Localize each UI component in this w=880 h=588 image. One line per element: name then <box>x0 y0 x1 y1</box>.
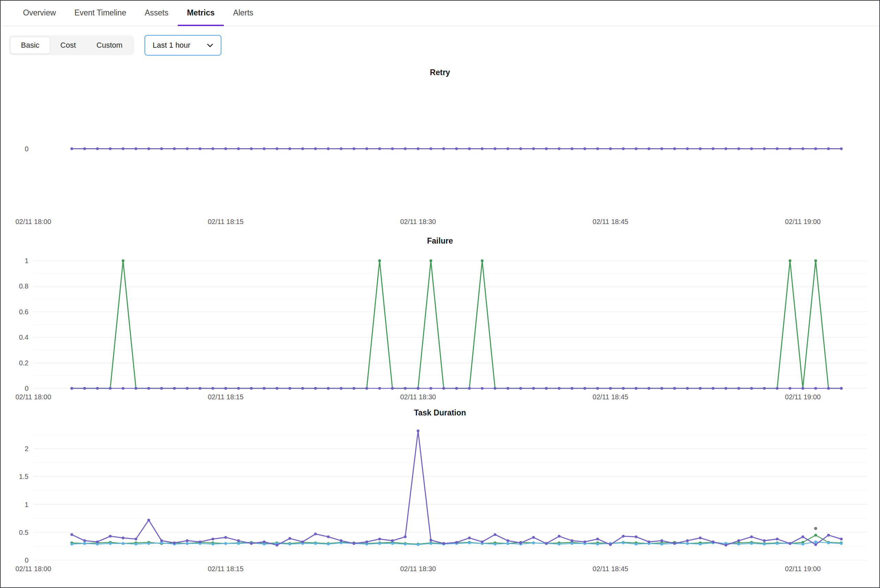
svg-text:0.6: 0.6 <box>19 308 29 316</box>
svg-text:02/11 18:15: 02/11 18:15 <box>208 565 243 573</box>
top-tab-bar: Overview Event Timeline Assets Metrics A… <box>1 1 879 26</box>
svg-text:02/11 18:30: 02/11 18:30 <box>400 393 436 401</box>
tab-metrics[interactable]: Metrics <box>178 1 224 26</box>
svg-text:02/11 18:00: 02/11 18:00 <box>15 565 51 573</box>
time-range-value: Last 1 hour <box>153 41 191 50</box>
retry-chart-title: Retry <box>1 68 879 77</box>
failure-chart-title: Failure <box>1 236 879 246</box>
retry-chart-plot: 002/11 18:0002/11 18:1502/11 18:3002/11 … <box>1 79 880 230</box>
task-duration-chart-title: Task Duration <box>1 408 879 417</box>
svg-text:02/11 19:00: 02/11 19:00 <box>785 393 821 401</box>
failure-chart-plot: 00.20.40.60.8102/11 18:0002/11 18:1502/1… <box>1 248 880 402</box>
svg-text:02/11 18:30: 02/11 18:30 <box>400 565 436 573</box>
svg-text:02/11 19:00: 02/11 19:00 <box>785 565 821 573</box>
svg-text:1: 1 <box>25 257 29 264</box>
svg-text:02/11 18:45: 02/11 18:45 <box>593 218 628 225</box>
tab-assets[interactable]: Assets <box>135 1 178 26</box>
svg-text:02/11 18:45: 02/11 18:45 <box>593 393 628 401</box>
svg-text:0.4: 0.4 <box>19 333 29 341</box>
metrics-controls: Basic Cost Custom Last 1 hour <box>1 26 879 62</box>
svg-text:0: 0 <box>25 145 29 153</box>
task-duration-chart-plot: 00.511.5202/11 18:0002/11 18:1502/11 18:… <box>1 420 880 574</box>
failure-chart: Failure 00.20.40.60.8102/11 18:0002/11 1… <box>1 236 879 402</box>
svg-text:02/11 18:15: 02/11 18:15 <box>208 218 243 225</box>
tab-overview[interactable]: Overview <box>14 1 65 26</box>
svg-text:02/11 18:00: 02/11 18:00 <box>15 218 51 225</box>
svg-text:0: 0 <box>25 556 29 564</box>
svg-text:0.5: 0.5 <box>19 529 29 536</box>
svg-text:1.5: 1.5 <box>19 473 29 480</box>
svg-text:0: 0 <box>25 385 29 392</box>
toggle-option-custom[interactable]: Custom <box>86 37 133 54</box>
toggle-option-basic[interactable]: Basic <box>10 37 50 54</box>
tab-alerts[interactable]: Alerts <box>224 1 263 26</box>
svg-text:0.8: 0.8 <box>19 282 29 290</box>
chevron-down-icon <box>206 42 214 49</box>
page: Overview Event Timeline Assets Metrics A… <box>0 0 880 588</box>
svg-text:02/11 18:15: 02/11 18:15 <box>208 393 243 401</box>
svg-text:2: 2 <box>25 445 29 453</box>
svg-text:0.2: 0.2 <box>19 359 29 367</box>
retry-chart: Retry 002/11 18:0002/11 18:1502/11 18:30… <box>1 68 879 230</box>
toggle-option-cost[interactable]: Cost <box>50 37 86 54</box>
svg-text:02/11 19:00: 02/11 19:00 <box>785 218 821 225</box>
time-range-select[interactable]: Last 1 hour <box>144 35 221 56</box>
svg-text:02/11 18:00: 02/11 18:00 <box>15 393 51 401</box>
svg-text:02/11 18:30: 02/11 18:30 <box>400 218 436 225</box>
metrics-view-toggle: Basic Cost Custom <box>9 35 134 55</box>
tab-event-timeline[interactable]: Event Timeline <box>65 1 135 26</box>
task-duration-chart: Task Duration 00.511.5202/11 18:0002/11 … <box>1 408 879 574</box>
svg-text:02/11 18:45: 02/11 18:45 <box>593 565 628 573</box>
svg-text:1: 1 <box>25 501 29 508</box>
